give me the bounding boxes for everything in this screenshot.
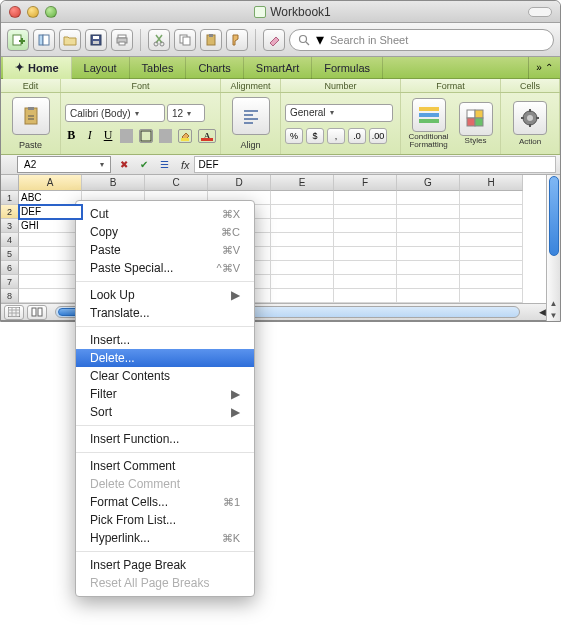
zoom-window-button[interactable] xyxy=(45,6,57,18)
cell-H7[interactable] xyxy=(460,275,523,289)
cell-H6[interactable] xyxy=(460,261,523,275)
cell-F2[interactable] xyxy=(334,205,397,219)
cell-A3[interactable]: GHI xyxy=(19,219,82,233)
copy-button[interactable] xyxy=(174,29,196,51)
col-header-D[interactable]: D xyxy=(208,175,271,191)
fill-color-button[interactable] xyxy=(178,129,192,143)
align-menu-button[interactable] xyxy=(232,97,270,135)
row-header-1[interactable]: 1 xyxy=(1,191,19,205)
formula-input[interactable]: DEF xyxy=(194,156,556,173)
select-all-corner[interactable] xyxy=(1,175,19,191)
ctx-item-paste[interactable]: Paste⌘V xyxy=(76,241,254,259)
col-header-E[interactable]: E xyxy=(271,175,334,191)
print-button[interactable] xyxy=(111,29,133,51)
open-folder-button[interactable] xyxy=(59,29,81,51)
col-header-H[interactable]: H xyxy=(460,175,523,191)
col-header-C[interactable]: C xyxy=(145,175,208,191)
cell-H5[interactable] xyxy=(460,247,523,261)
cell-H8[interactable] xyxy=(460,289,523,303)
format-painter-button[interactable] xyxy=(226,29,248,51)
row-header-4[interactable]: 4 xyxy=(1,233,19,247)
decrease-decimal-button[interactable]: .0 xyxy=(348,128,366,144)
cell-F6[interactable] xyxy=(334,261,397,275)
cell-E8[interactable] xyxy=(271,289,334,303)
tab-charts[interactable]: Charts xyxy=(186,57,243,79)
cell-A1[interactable]: ABC xyxy=(19,191,82,205)
conditional-formatting-button[interactable] xyxy=(412,98,446,132)
font-color-button[interactable]: A xyxy=(198,129,216,143)
new-workbook-button[interactable] xyxy=(7,29,29,51)
cell-A6[interactable] xyxy=(19,261,82,275)
font-size-combo[interactable]: 12▾ xyxy=(167,104,205,122)
cell-F8[interactable] xyxy=(334,289,397,303)
row-header-6[interactable]: 6 xyxy=(1,261,19,275)
border-button[interactable] xyxy=(139,129,153,143)
currency-button[interactable]: $ xyxy=(306,128,324,144)
save-button[interactable] xyxy=(85,29,107,51)
styles-button[interactable] xyxy=(459,102,493,136)
cell-H1[interactable] xyxy=(460,191,523,205)
cell-E4[interactable] xyxy=(271,233,334,247)
ctx-item-cut[interactable]: Cut⌘X xyxy=(76,205,254,223)
cell-A4[interactable] xyxy=(19,233,82,247)
cell-G5[interactable] xyxy=(397,247,460,261)
percent-button[interactable]: % xyxy=(285,128,303,144)
minimize-window-button[interactable] xyxy=(27,6,39,18)
cell-H4[interactable] xyxy=(460,233,523,247)
ctx-item-look-up[interactable]: Look Up▶ xyxy=(76,286,254,304)
col-header-G[interactable]: G xyxy=(397,175,460,191)
cut-button[interactable] xyxy=(148,29,170,51)
tab-home[interactable]: ✦Home xyxy=(3,57,72,79)
cell-F5[interactable] xyxy=(334,247,397,261)
cancel-edit-icon[interactable]: ✖ xyxy=(117,158,131,172)
cell-E6[interactable] xyxy=(271,261,334,275)
action-button[interactable] xyxy=(513,101,547,135)
font-name-combo[interactable]: Calibri (Body)▾ xyxy=(65,104,165,122)
cell-F4[interactable] xyxy=(334,233,397,247)
toolbar-toggle[interactable] xyxy=(528,7,552,17)
cell-G1[interactable] xyxy=(397,191,460,205)
row-header-3[interactable]: 3 xyxy=(1,219,19,233)
tab-layout[interactable]: Layout xyxy=(72,57,130,79)
row-header-5[interactable]: 5 xyxy=(1,247,19,261)
cell-G6[interactable] xyxy=(397,261,460,275)
cell-E5[interactable] xyxy=(271,247,334,261)
cell-H2[interactable] xyxy=(460,205,523,219)
search-field[interactable]: ▾ Search in Sheet xyxy=(289,29,554,51)
increase-decimal-button[interactable]: .00 xyxy=(369,128,387,144)
name-box[interactable]: A2▾ xyxy=(17,156,111,173)
insert-function-icon[interactable]: ☰ xyxy=(157,158,171,172)
row-header-2[interactable]: 2 xyxy=(1,205,19,219)
ctx-item-translate[interactable]: Translate... xyxy=(76,304,254,322)
ribbon-overflow-button[interactable]: » ⌃ xyxy=(528,57,560,79)
paste-button[interactable] xyxy=(200,29,222,51)
bold-button[interactable]: B xyxy=(65,128,77,143)
cell-G4[interactable] xyxy=(397,233,460,247)
ctx-item-copy[interactable]: Copy⌘C xyxy=(76,223,254,241)
number-format-combo[interactable]: General▾ xyxy=(285,104,393,122)
open-button[interactable] xyxy=(33,29,55,51)
row-header-8[interactable]: 8 xyxy=(1,289,19,303)
page-layout-view-button[interactable] xyxy=(27,305,47,320)
cell-G8[interactable] xyxy=(397,289,460,303)
cell-F7[interactable] xyxy=(334,275,397,289)
cell-G3[interactable] xyxy=(397,219,460,233)
italic-button[interactable]: I xyxy=(83,128,95,143)
cell-E3[interactable] xyxy=(271,219,334,233)
cell-A5[interactable] xyxy=(19,247,82,261)
col-header-F[interactable]: F xyxy=(334,175,397,191)
tab-formulas[interactable]: Formulas xyxy=(312,57,383,79)
cell-E7[interactable] xyxy=(271,275,334,289)
cell-G2[interactable] xyxy=(397,205,460,219)
cell-A8[interactable] xyxy=(19,289,82,303)
cell-H3[interactable] xyxy=(460,219,523,233)
tab-tables[interactable]: Tables xyxy=(130,57,187,79)
cell-A7[interactable] xyxy=(19,275,82,289)
ctx-item-paste-special[interactable]: Paste Special...^⌘V xyxy=(76,259,254,277)
cell-G7[interactable] xyxy=(397,275,460,289)
cell-A2[interactable]: DEF xyxy=(19,205,82,219)
cell-E2[interactable] xyxy=(271,205,334,219)
tab-smartart[interactable]: SmartArt xyxy=(244,57,312,79)
paste-menu-button[interactable] xyxy=(12,97,50,135)
col-header-A[interactable]: A xyxy=(19,175,82,191)
